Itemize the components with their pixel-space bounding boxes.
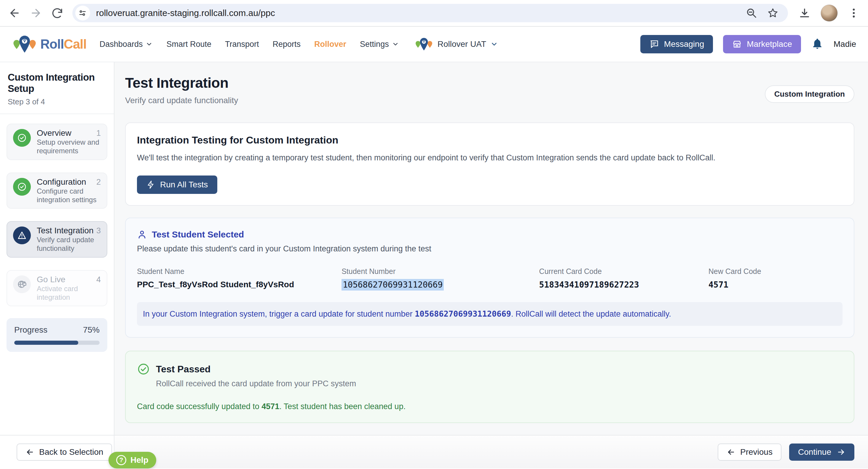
result-subtitle: RollCall received the card update from y…: [156, 379, 842, 388]
rollcall-logo[interactable]: RollCall: [12, 33, 87, 55]
trigger-update-note: In your Custom Integration system, trigg…: [137, 302, 842, 326]
chevron-down-icon: [146, 41, 153, 48]
rollcall-wordmark: RollCall: [40, 37, 87, 52]
address-bar[interactable]: rolloveruat.granite-staging.rollcall.com…: [72, 4, 788, 22]
chevron-down-icon: [490, 40, 498, 48]
zoom-out-icon[interactable]: [746, 7, 757, 19]
downloads-icon[interactable]: [799, 7, 810, 19]
page-title: Test Integration: [125, 75, 238, 91]
step-indicator: Step 3 of 4: [8, 97, 106, 106]
chevron-down-icon: [392, 41, 399, 48]
chat-icon: [649, 39, 659, 49]
step-name: Configuration: [37, 177, 86, 187]
integration-type-badge: Custom Integration: [765, 85, 855, 103]
testing-card-description: We'll test the integration by creating a…: [137, 152, 842, 163]
field-new-card-code: New Card Code 4571: [709, 267, 842, 290]
field-value: 4571: [709, 280, 842, 290]
question-mark-icon: ?: [116, 455, 126, 465]
progress-percent: 75%: [83, 325, 100, 335]
student-card-subtitle: Please update this student's card in you…: [137, 244, 842, 253]
field-label: Current Card Code: [539, 267, 709, 276]
run-all-tests-button[interactable]: Run All Tests: [137, 176, 217, 194]
nav-reports[interactable]: Reports: [273, 40, 301, 49]
progress-bar-fill: [14, 341, 78, 345]
browser-back-icon[interactable]: [8, 7, 21, 19]
site-settings-icon[interactable]: [75, 6, 90, 21]
org-switcher[interactable]: Rollover UAT: [414, 36, 498, 52]
notifications-bell[interactable]: [811, 37, 824, 51]
help-button[interactable]: ? Help: [108, 452, 156, 468]
progress-panel: Progress 75%: [6, 318, 107, 352]
alert-triangle-icon: [13, 226, 31, 244]
bell-icon: [811, 37, 824, 50]
storefront-icon: [732, 39, 742, 49]
field-value: PPC_Test_f8yVsRod Student_f8yVsRod: [137, 280, 342, 289]
step-description: Verify card update functionality: [37, 236, 94, 252]
field-student-name: Student Name PPC_Test_f8yVsRod Student_f…: [137, 267, 342, 290]
messaging-button[interactable]: Messaging: [640, 35, 713, 53]
field-label: Student Number: [342, 267, 539, 276]
arrow-left-icon: [26, 448, 34, 457]
browser-forward-icon[interactable]: [30, 7, 42, 19]
updated-card-code: 4571: [261, 402, 279, 411]
setup-sidebar: Custom Integration Setup Step 3 of 4 Ove…: [0, 62, 115, 435]
lightning-bolt-icon: [147, 180, 155, 189]
step-description: Activate card integration: [37, 285, 78, 301]
browser-menu-icon[interactable]: [848, 7, 860, 19]
page-subtitle: Verify card update functionality: [125, 96, 238, 105]
step-number: 2: [96, 178, 101, 187]
nav-transport[interactable]: Transport: [225, 40, 259, 49]
step-name: Overview: [37, 128, 71, 138]
person-icon: [137, 229, 147, 240]
note-student-number: 10568627069931120669: [415, 309, 511, 318]
marketplace-button[interactable]: Marketplace: [723, 35, 801, 53]
test-student-card: Test Student Selected Please update this…: [125, 218, 855, 338]
globe-lock-icon: [13, 275, 31, 293]
sidebar-step-configuration[interactable]: Configuration2 Configure card integratio…: [6, 173, 107, 209]
result-message: Card code successfully updated to 4571. …: [137, 402, 842, 411]
rollcall-logo-icon: [12, 33, 37, 55]
sidebar-step-overview[interactable]: Overview1 Setup overview and requirement…: [6, 124, 107, 160]
step-name: Go Live: [37, 275, 65, 284]
url-text: rolloveruat.granite-staging.rollcall.com…: [96, 8, 740, 18]
step-name: Test Integration: [37, 226, 93, 236]
browser-reload-icon[interactable]: [51, 7, 63, 19]
field-student-number: Student Number 10568627069931120669: [342, 267, 539, 290]
sidebar-step-test-integration[interactable]: Test Integration3 Verify card update fun…: [6, 221, 107, 258]
arrow-right-icon: [837, 448, 845, 457]
step-number: 3: [96, 226, 101, 236]
success-check-icon: [137, 363, 150, 376]
field-value: 51834341097189627223: [539, 280, 709, 290]
step-number: 4: [96, 275, 101, 284]
nav-dashboards[interactable]: Dashboards: [100, 40, 153, 49]
sidebar-title: Custom Integration Setup: [8, 72, 106, 94]
check-circle-icon: [13, 178, 31, 196]
sidebar-step-go-live: Go Live4 Activate card integration: [6, 270, 107, 307]
app-navbar: RollCall Dashboards Smart Route Transpor…: [0, 27, 868, 62]
main-content: Test Integration Verify card update func…: [115, 62, 868, 435]
main-nav: Dashboards Smart Route Transport Reports…: [100, 40, 399, 49]
browser-profile-avatar[interactable]: [820, 4, 838, 22]
testing-card-title: Integration Testing for Custom Integrati…: [137, 134, 842, 146]
bookmark-star-icon[interactable]: [767, 7, 778, 19]
test-passed-card: Test Passed RollCall received the card u…: [125, 351, 855, 423]
nav-smart-route[interactable]: Smart Route: [166, 40, 211, 49]
continue-button[interactable]: Continue: [789, 443, 855, 461]
result-title: Test Passed: [156, 364, 211, 375]
back-to-selection-button[interactable]: Back to Selection: [17, 443, 112, 461]
field-value-highlighted: 10568627069931120669: [342, 279, 444, 290]
nav-settings[interactable]: Settings: [360, 40, 399, 49]
student-card-title: Test Student Selected: [152, 229, 244, 240]
arrow-left-icon: [726, 448, 736, 457]
user-menu[interactable]: Madie: [834, 39, 856, 49]
nav-rollover[interactable]: Rollover: [314, 40, 346, 49]
step-description: Setup overview and requirements: [37, 138, 99, 155]
integration-testing-card: Integration Testing for Custom Integrati…: [125, 122, 855, 206]
step-description: Configure card integration settings: [37, 187, 96, 204]
browser-toolbar: rolloveruat.granite-staging.rollcall.com…: [0, 0, 868, 27]
progress-label: Progress: [14, 325, 48, 335]
previous-button[interactable]: Previous: [718, 443, 781, 461]
student-fields: Student Name PPC_Test_f8yVsRod Student_f…: [137, 267, 842, 290]
org-name: Rollover UAT: [438, 39, 486, 49]
progress-bar: [14, 341, 100, 345]
